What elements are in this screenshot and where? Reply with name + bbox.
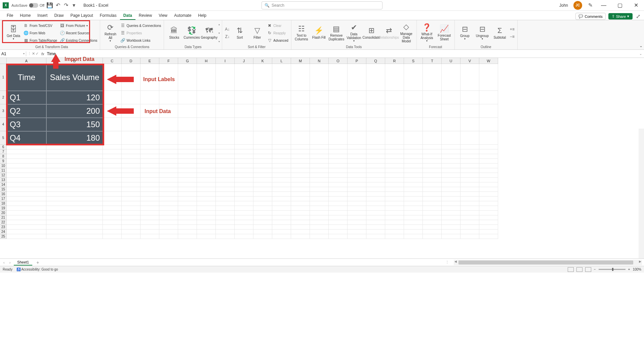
cell-A7[interactable] [7, 149, 46, 154]
cell-B11[interactable] [46, 168, 103, 173]
maximize-button[interactable]: ▢ [614, 1, 625, 9]
cell-C15[interactable] [103, 187, 122, 192]
cell-J3[interactable] [235, 104, 253, 118]
hide-detail-button[interactable]: −≡ [509, 33, 515, 40]
cell-W8[interactable] [479, 154, 498, 159]
tab-view[interactable]: View [155, 12, 171, 20]
cell-A6[interactable] [7, 145, 46, 149]
cell-K5[interactable] [253, 131, 272, 145]
cell-K3[interactable] [253, 104, 272, 118]
expand-icon[interactable]: ▾ [218, 40, 220, 43]
cell-L19[interactable] [272, 206, 291, 211]
cell-S22[interactable] [404, 220, 423, 225]
cell-I25[interactable] [216, 234, 235, 239]
cell-L20[interactable] [272, 211, 291, 215]
cell-G6[interactable] [178, 145, 197, 149]
cell-F14[interactable] [159, 182, 178, 187]
cell-S21[interactable] [404, 215, 423, 220]
cell-T17[interactable] [423, 197, 442, 201]
cell-A14[interactable] [7, 182, 46, 187]
cell-U11[interactable] [442, 168, 460, 173]
cell-R21[interactable] [385, 215, 404, 220]
cell-L25[interactable] [272, 234, 291, 239]
cell-W9[interactable] [479, 159, 498, 164]
recent-sources-button[interactable]: 🕘Recent Sources [59, 30, 98, 36]
cell-U7[interactable] [442, 149, 460, 154]
cell-O4[interactable] [329, 118, 348, 131]
cell-T19[interactable] [423, 206, 442, 211]
cell-U14[interactable] [442, 182, 460, 187]
cell-B7[interactable] [46, 149, 103, 154]
cell-H14[interactable] [197, 182, 216, 187]
cell-C24[interactable] [103, 230, 122, 234]
cell-Q14[interactable] [366, 182, 385, 187]
pen-icon[interactable]: ✎ [588, 3, 593, 8]
cell-A19[interactable] [7, 206, 46, 211]
cell-T10[interactable] [423, 164, 442, 168]
cell-K20[interactable] [253, 211, 272, 215]
cell-N18[interactable] [310, 201, 329, 206]
column-header-S[interactable]: S [404, 58, 423, 64]
cell-A25[interactable] [7, 234, 46, 239]
cell-K15[interactable] [253, 187, 272, 192]
cell-T15[interactable] [423, 187, 442, 192]
tab-data[interactable]: Data [120, 12, 135, 20]
cell-R13[interactable] [385, 178, 404, 182]
row-header-14[interactable]: 14 [0, 182, 7, 187]
cell-C11[interactable] [103, 168, 122, 173]
cell-S2[interactable] [404, 91, 423, 104]
cell-Q13[interactable] [366, 178, 385, 182]
cell-U10[interactable] [442, 164, 460, 168]
sheet-nav-prev[interactable]: ‹ [2, 260, 6, 265]
cell-T8[interactable] [423, 154, 442, 159]
cell-K10[interactable] [253, 164, 272, 168]
cell-B12[interactable] [46, 173, 103, 178]
cell-T6[interactable] [423, 145, 442, 149]
text-to-columns-button[interactable]: ☷Text to Columns [293, 22, 310, 44]
cell-W23[interactable] [479, 225, 498, 230]
cell-U24[interactable] [442, 230, 460, 234]
cell-W10[interactable] [479, 164, 498, 168]
column-header-C[interactable]: C [103, 58, 122, 64]
cell-M19[interactable] [291, 206, 310, 211]
cell-M11[interactable] [291, 168, 310, 173]
cell-I20[interactable] [216, 211, 235, 215]
cell-U4[interactable] [442, 118, 460, 131]
cell-E23[interactable] [140, 225, 159, 230]
cell-A11[interactable] [7, 168, 46, 173]
zoom-in-button[interactable]: + [628, 268, 630, 271]
cell-J2[interactable] [235, 91, 253, 104]
cell-T1[interactable] [423, 64, 442, 91]
cell-H13[interactable] [197, 178, 216, 182]
cell-D19[interactable] [122, 206, 140, 211]
cell-E11[interactable] [140, 168, 159, 173]
cell-K14[interactable] [253, 182, 272, 187]
row-header-12[interactable]: 12 [0, 173, 7, 178]
cell-O18[interactable] [329, 201, 348, 206]
cell-I13[interactable] [216, 178, 235, 182]
cell-P8[interactable] [348, 154, 366, 159]
cell-M15[interactable] [291, 187, 310, 192]
cell-V2[interactable] [460, 91, 479, 104]
row-header-3[interactable]: 3 [0, 104, 7, 118]
cell-I6[interactable] [216, 145, 235, 149]
cell-G8[interactable] [178, 154, 197, 159]
column-header-U[interactable]: U [442, 58, 460, 64]
cell-L1[interactable] [272, 64, 291, 91]
cell-N17[interactable] [310, 197, 329, 201]
cell-C9[interactable] [103, 159, 122, 164]
refresh-all-button[interactable]: ⟳Refresh All▾ [102, 22, 118, 44]
cell-P7[interactable] [348, 149, 366, 154]
cell-I15[interactable] [216, 187, 235, 192]
fx-icon[interactable]: fx [40, 52, 46, 56]
cell-M12[interactable] [291, 173, 310, 178]
accessibility-status[interactable]: ♿ Accessibility: Good to go [16, 268, 58, 271]
cell-K4[interactable] [253, 118, 272, 131]
cell-I16[interactable] [216, 192, 235, 197]
flash-fill-button[interactable]: ⚡Flash Fill [311, 22, 327, 44]
cell-M24[interactable] [291, 230, 310, 234]
row-header-24[interactable]: 24 [0, 230, 7, 234]
cell-D17[interactable] [122, 197, 140, 201]
cell-I18[interactable] [216, 201, 235, 206]
cell-C14[interactable] [103, 182, 122, 187]
